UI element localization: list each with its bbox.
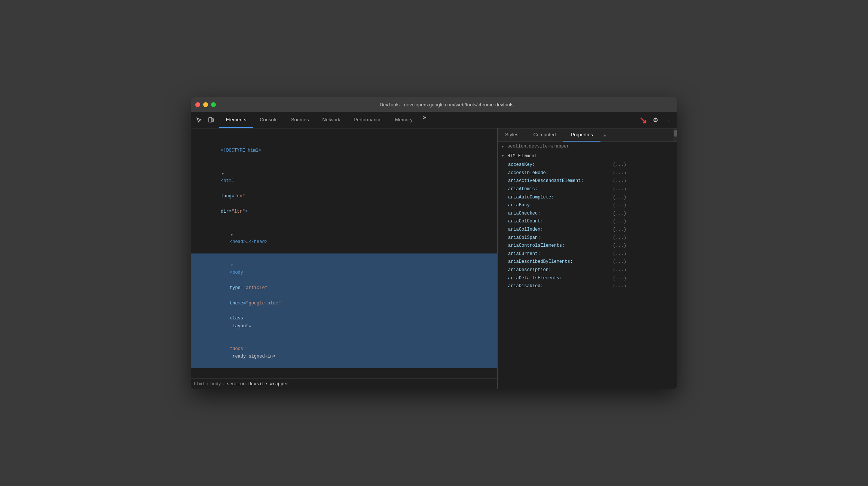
device-toolbar-icon[interactable] bbox=[206, 115, 216, 125]
toolbar-tabs: Elements Console Sources Network Perform… bbox=[219, 112, 430, 128]
right-overflow-button[interactable]: » bbox=[600, 128, 609, 142]
triangle-icon[interactable] bbox=[501, 144, 505, 150]
dom-panel: <!DOCTYPE html> <html lang="en" dir="ltr… bbox=[191, 128, 498, 389]
scrollbar-thumb bbox=[674, 130, 677, 137]
prop-section-devsite-wrapper[interactable]: section.devsite-wrapper bbox=[498, 142, 677, 152]
dom-line-body-cont: "docs" ready signed-in> bbox=[191, 338, 497, 368]
right-panel-tabs: Styles Computed Properties » bbox=[498, 128, 677, 142]
prop-section-htmlelement[interactable]: HTMLElement bbox=[498, 152, 677, 161]
dom-line-body[interactable]: <body type="article" theme="google-blue"… bbox=[191, 253, 497, 337]
prop-row-accessiblenode: accessibleNode: (...) bbox=[498, 169, 677, 177]
prop-row-ariacolcount: ariaColCount: (...) bbox=[498, 218, 677, 226]
prop-row-ariabusy: ariaBusy: (...) bbox=[498, 201, 677, 210]
tab-sources[interactable]: Sources bbox=[284, 112, 316, 128]
tab-elements[interactable]: Elements bbox=[219, 112, 253, 128]
prop-row-ariacurrent: ariaCurrent: (...) bbox=[498, 250, 677, 258]
settings-button[interactable]: ⚙ bbox=[650, 115, 661, 125]
triangle-icon[interactable] bbox=[230, 231, 234, 238]
toolbar: Elements Console Sources Network Perform… bbox=[191, 112, 677, 128]
triangle-icon[interactable] bbox=[501, 153, 505, 159]
prop-row-ariacolindex: ariaColIndex: (...) bbox=[498, 226, 677, 234]
devtools-window: DevTools - developers.google.com/web/too… bbox=[191, 97, 677, 389]
window-title: DevTools - developers.google.com/web/too… bbox=[220, 102, 673, 107]
triangle-icon[interactable] bbox=[230, 261, 234, 269]
prop-row-ariacontrolselements: ariaControlsElements: (...) bbox=[498, 242, 677, 250]
dom-line-devsite-progress[interactable]: <devsite-progress id="app-progress"></de… bbox=[191, 368, 497, 379]
tab-performance[interactable]: Performance bbox=[347, 112, 388, 128]
breadcrumb-section[interactable]: section.devsite-wrapper bbox=[227, 382, 289, 387]
prop-row-ariachecked: ariaChecked: (...) bbox=[498, 210, 677, 218]
minimize-button[interactable] bbox=[203, 102, 208, 107]
properties-panel[interactable]: section.devsite-wrapper HTMLElement acce… bbox=[498, 142, 677, 389]
titlebar: DevTools - developers.google.com/web/too… bbox=[191, 97, 677, 112]
prop-row-ariaactivedescendant: ariaActiveDescendantElement: (...) bbox=[498, 177, 677, 185]
svg-rect-0 bbox=[209, 118, 212, 122]
prop-row-ariadisabled: ariaDisabled: (...) bbox=[498, 282, 677, 291]
tab-console[interactable]: Console bbox=[253, 112, 284, 128]
prop-row-ariadescribedelements: ariaDescribedByElements: (...) bbox=[498, 258, 677, 266]
prop-row-ariaatomic: ariaAtomic: (...) bbox=[498, 185, 677, 194]
tab-memory[interactable]: Memory bbox=[388, 112, 419, 128]
maximize-button[interactable] bbox=[211, 102, 216, 107]
dom-line-head[interactable]: <head>…</head> bbox=[191, 223, 497, 254]
tab-network[interactable]: Network bbox=[316, 112, 347, 128]
tab-properties[interactable]: Properties bbox=[563, 128, 600, 142]
main-area: <!DOCTYPE html> <html lang="en" dir="ltr… bbox=[191, 128, 677, 389]
tab-styles[interactable]: Styles bbox=[498, 128, 526, 142]
prop-row-ariadescription: ariaDescription: (...) bbox=[498, 266, 677, 274]
section-name: HTMLElement bbox=[507, 152, 537, 161]
prop-row-ariacolspan: ariaColSpan: (...) bbox=[498, 234, 677, 242]
breadcrumb-html[interactable]: html bbox=[194, 382, 205, 387]
prop-row-ariadetailselements: ariaDetailsElements: (...) bbox=[498, 274, 677, 283]
traffic-lights bbox=[195, 102, 216, 107]
svg-rect-1 bbox=[212, 119, 214, 121]
close-button[interactable] bbox=[195, 102, 200, 107]
inspect-element-icon[interactable] bbox=[194, 115, 204, 125]
triangle-icon[interactable] bbox=[221, 170, 225, 177]
breadcrumb: html › body › section.devsite-wrapper bbox=[191, 379, 497, 389]
more-options-button[interactable]: ⋮ bbox=[664, 115, 674, 125]
toolbar-icon-group bbox=[194, 115, 216, 125]
toolbar-overflow-button[interactable]: » bbox=[419, 112, 430, 122]
dom-tree[interactable]: <!DOCTYPE html> <html lang="en" dir="ltr… bbox=[191, 128, 497, 379]
dom-line-html[interactable]: <html lang="en" dir="ltr"> bbox=[191, 162, 497, 223]
tab-computed[interactable]: Computed bbox=[526, 128, 563, 142]
dom-line-doctype: <!DOCTYPE html> bbox=[191, 131, 497, 162]
right-panel: Styles Computed Properties » bbox=[498, 128, 677, 389]
dock-icon: ↙ bbox=[639, 115, 647, 125]
scrollbar-area bbox=[673, 128, 677, 142]
toolbar-right: ↙ ⚙ ⋮ bbox=[639, 115, 674, 125]
prop-row-accesskey: accessKey: (...) bbox=[498, 161, 677, 169]
breadcrumb-body[interactable]: body bbox=[210, 382, 221, 387]
prop-row-ariaautocomplete: ariaAutoComplete: (...) bbox=[498, 194, 677, 202]
section-name: section.devsite-wrapper bbox=[507, 143, 569, 151]
